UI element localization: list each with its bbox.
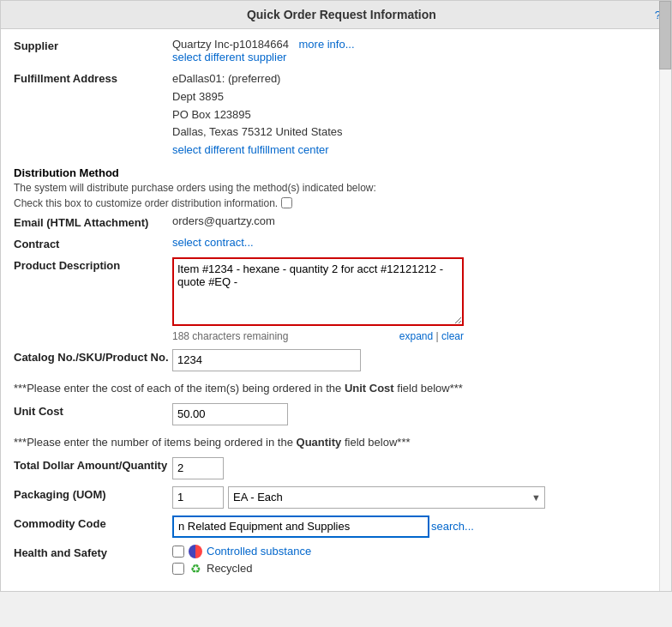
commodity-label: Commodity Code bbox=[14, 515, 172, 530]
fulfillment-label: Fulfillment Address bbox=[14, 70, 172, 85]
fulfillment-value: eDallas01: (preferred) Dept 3895 PO Box … bbox=[172, 70, 658, 160]
quick-order-dialog: Quick Order Request Information ? Suppli… bbox=[0, 0, 672, 592]
contract-label: Contract bbox=[14, 236, 172, 250]
unit-cost-row: Unit Cost bbox=[14, 403, 658, 425]
fulfillment-row: Fulfillment Address eDallas01: (preferre… bbox=[14, 70, 658, 160]
packaging-select-wrapper: EA - Each BX - Box CS - Case PK - Pack ▼ bbox=[228, 486, 545, 509]
fulfillment-line1: eDallas01: (preferred) bbox=[172, 70, 658, 88]
health-checkboxes: Controlled substance ♻ Recycled bbox=[172, 545, 658, 576]
supplier-row: Supplier Quartzy Inc-p10184664 more info… bbox=[14, 38, 658, 63]
packaging-qty-input[interactable] bbox=[172, 486, 224, 509]
product-desc-textarea[interactable] bbox=[172, 257, 464, 326]
catalog-value bbox=[172, 349, 658, 371]
distribution-section: Distribution Method The system will dist… bbox=[14, 166, 658, 209]
chars-remaining: 188 characters remaining bbox=[172, 330, 288, 342]
product-desc-label: Product Description bbox=[14, 257, 172, 272]
packaging-value: EA - Each BX - Box CS - Case PK - Pack ▼ bbox=[172, 486, 658, 509]
product-desc-row: Product Description 188 characters remai… bbox=[14, 257, 658, 342]
dialog-header: Quick Order Request Information ? bbox=[1, 1, 671, 29]
recycled-checkbox[interactable] bbox=[172, 563, 184, 575]
supplier-label: Supplier bbox=[14, 38, 172, 52]
distribution-note: The system will distribute purchase orde… bbox=[14, 182, 658, 194]
select-supplier-link[interactable]: select different supplier bbox=[172, 51, 286, 63]
packaging-controls: EA - Each BX - Box CS - Case PK - Pack ▼ bbox=[172, 486, 658, 509]
desc-footer: 188 characters remaining expand | clear bbox=[172, 330, 464, 342]
commodity-controls: search... bbox=[172, 515, 658, 538]
distribution-heading: Distribution Method bbox=[14, 166, 658, 179]
select-contract-link[interactable]: select contract... bbox=[172, 236, 254, 249]
recycled-label: Recycled bbox=[207, 562, 252, 575]
fulfillment-line4: Dallas, Texas 75312 United States bbox=[172, 124, 658, 142]
recycled-item: ♻ Recycled bbox=[172, 562, 658, 576]
supplier-name: Quartzy Inc-p10184664 bbox=[172, 38, 289, 51]
catalog-row: Catalog No./SKU/Product No. bbox=[14, 349, 658, 371]
controlled-substance-checkbox[interactable] bbox=[172, 546, 184, 558]
unit-cost-note: ***Please enter the cost of each of the … bbox=[14, 378, 658, 398]
email-value: orders@quartzy.com bbox=[172, 214, 658, 227]
total-label: Total Dollar Amount/Quantity bbox=[14, 457, 172, 473]
fulfillment-line3: PO Box 123895 bbox=[172, 106, 658, 124]
distribution-checkbox[interactable] bbox=[281, 197, 292, 208]
total-row: Total Dollar Amount/Quantity bbox=[14, 457, 658, 479]
supplier-value: Quartzy Inc-p10184664 more info... selec… bbox=[172, 38, 658, 63]
total-qty-input[interactable] bbox=[172, 457, 224, 479]
select-fulfillment-link[interactable]: select different fulfillment center bbox=[172, 143, 329, 156]
contract-value: select contract... bbox=[172, 236, 658, 249]
commodity-value: search... bbox=[172, 515, 658, 538]
controlled-substance-item: Controlled substance bbox=[172, 545, 658, 558]
product-desc-value: 188 characters remaining expand | clear bbox=[172, 257, 658, 342]
commodity-search-link[interactable]: search... bbox=[431, 520, 474, 533]
dialog-body: Supplier Quartzy Inc-p10184664 more info… bbox=[1, 29, 671, 591]
commodity-input[interactable] bbox=[172, 515, 429, 538]
more-info-link[interactable]: more info... bbox=[299, 38, 355, 51]
distribution-check-row: Check this box to customize order distri… bbox=[14, 197, 658, 209]
email-row: Email (HTML Attachment) orders@quartzy.c… bbox=[14, 214, 658, 229]
scrollbar-thumb[interactable] bbox=[659, 1, 671, 69]
email-label: Email (HTML Attachment) bbox=[14, 214, 172, 229]
catalog-label: Catalog No./SKU/Product No. bbox=[14, 349, 172, 364]
unit-cost-label: Unit Cost bbox=[14, 403, 172, 418]
quantity-note: ***Please enter the number of items bein… bbox=[14, 432, 658, 452]
unit-cost-input[interactable] bbox=[172, 403, 288, 425]
unit-cost-value bbox=[172, 403, 658, 425]
health-safety-label: Health and Safety bbox=[14, 545, 172, 559]
controlled-substance-icon bbox=[189, 545, 202, 558]
total-value bbox=[172, 457, 658, 479]
distribution-check-label: Check this box to customize order distri… bbox=[14, 197, 278, 209]
packaging-label: Packaging (UOM) bbox=[14, 486, 172, 501]
desc-links: expand | clear bbox=[399, 330, 464, 342]
clear-link[interactable]: clear bbox=[441, 330, 464, 342]
expand-link[interactable]: expand bbox=[399, 330, 433, 342]
contract-row: Contract select contract... bbox=[14, 236, 658, 250]
dialog-title: Quick Order Request Information bbox=[28, 8, 655, 21]
scrollbar-track bbox=[659, 1, 671, 591]
controlled-substance-link[interactable]: Controlled substance bbox=[207, 545, 311, 558]
catalog-input[interactable] bbox=[172, 349, 361, 371]
commodity-row: Commodity Code search... bbox=[14, 515, 658, 538]
packaging-row: Packaging (UOM) EA - Each BX - Box CS - … bbox=[14, 486, 658, 509]
fulfillment-line2: Dept 3895 bbox=[172, 88, 658, 106]
health-safety-row: Health and Safety Controlled substance ♻… bbox=[14, 545, 658, 576]
packaging-select[interactable]: EA - Each BX - Box CS - Case PK - Pack bbox=[228, 486, 545, 509]
recycled-icon: ♻ bbox=[189, 562, 202, 576]
health-safety-value: Controlled substance ♻ Recycled bbox=[172, 545, 658, 576]
